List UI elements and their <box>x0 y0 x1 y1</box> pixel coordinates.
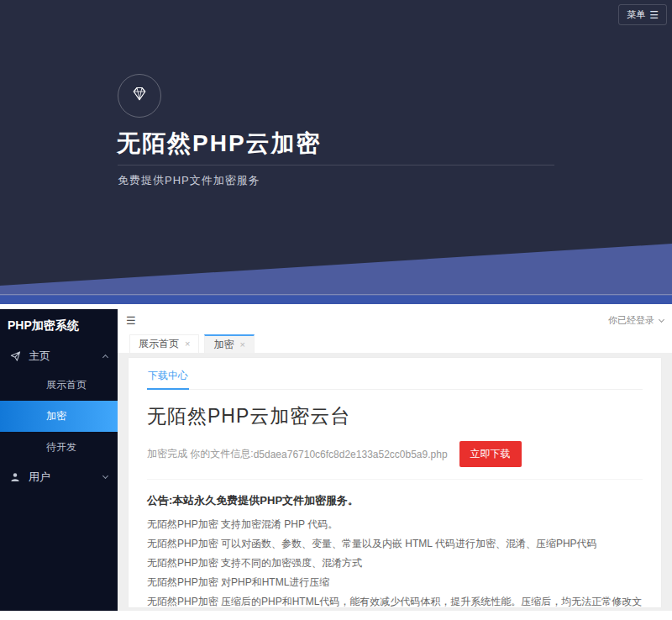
chevron-down-icon <box>659 316 664 322</box>
login-status-text: 你已经登录 <box>608 314 654 327</box>
hero-banner: 菜单 ☰ 无陌然PHP云加密 免费提供PHP文件加密服务 <box>0 0 672 304</box>
feature-line: 无陌然PHP加密 对PHP和HTML进行压缩 <box>147 573 643 592</box>
content-area: 下载中心 无陌然PHP云加密云台 加密完成 你的文件信息: d5daea7671… <box>118 353 672 611</box>
top-bar: ☰ 你已经登录 <box>118 309 672 331</box>
feature-line: 无陌然PHP加密 可以对函数、参数、变量、常量以及内嵌 HTML 代码进行加密、… <box>147 534 643 554</box>
tab-label: 加密 <box>213 338 234 352</box>
sidebar-item-showcase[interactable]: 展示首页 <box>0 370 118 401</box>
file-info-row: 加密完成 你的文件信息: d5daea76710c6fc8d2e133a52cc… <box>147 438 643 480</box>
card-tab-header: 下载中心 <box>147 358 643 390</box>
page-title: 无陌然PHP云加密云台 <box>147 403 643 429</box>
hero-menu-button[interactable]: 菜单 ☰ <box>618 4 667 25</box>
diagonal-shape <box>0 244 672 304</box>
hero-menu-label: 菜单 <box>627 8 645 21</box>
tab-encrypt[interactable]: 加密 × <box>204 334 254 353</box>
download-card: 下载中心 无陌然PHP云加密云台 加密完成 你的文件信息: d5daea7671… <box>129 358 661 607</box>
sidebar-group-user[interactable]: 用户 <box>0 463 118 491</box>
user-icon <box>9 471 21 483</box>
close-icon[interactable]: × <box>185 339 190 349</box>
feature-list: 无陌然PHP加密 支持加密混淆 PHP 代码。 无陌然PHP加密 可以对函数、参… <box>147 515 643 607</box>
sidebar-group-label: 用户 <box>29 470 50 485</box>
sidebar-group-label: 主页 <box>29 349 50 364</box>
brand-logo-circle <box>118 74 161 118</box>
hamburger-icon: ☰ <box>649 9 659 21</box>
download-button[interactable]: 立即下载 <box>459 441 522 467</box>
chevron-down-icon <box>102 473 108 479</box>
admin-panel: PHP加密系统 主页 展示首页 加密 待开发 用户 ☰ 你已经登录 <box>0 309 672 611</box>
tab-showcase[interactable]: 展示首页 × <box>129 334 199 353</box>
hero-subtitle: 免费提供PHP文件加密服务 <box>118 173 260 188</box>
login-status-dropdown[interactable]: 你已经登录 <box>608 314 664 327</box>
sidebar-item-encrypt[interactable]: 加密 <box>0 401 118 432</box>
close-icon[interactable]: × <box>239 340 244 349</box>
diamond-icon <box>129 86 150 106</box>
file-name: d5daea76710c6fc8d2e133a52cc0b5a9.php <box>254 449 448 460</box>
sidebar-group-home[interactable]: 主页 <box>0 342 118 370</box>
feature-line: 无陌然PHP加密 支持不同的加密强度、混淆方式 <box>147 554 643 573</box>
feature-line: 无陌然PHP加密 支持加密混淆 PHP 代码。 <box>147 515 643 534</box>
sidebar: PHP加密系统 主页 展示首页 加密 待开发 用户 <box>0 309 118 611</box>
send-icon <box>9 350 21 362</box>
chevron-up-icon <box>102 354 108 360</box>
file-info-prefix: 加密完成 你的文件信息: <box>147 447 254 461</box>
tab-bar: 展示首页 × 加密 × <box>118 331 672 353</box>
hero-title: 无陌然PHP云加密 <box>117 128 322 160</box>
tab-download-center[interactable]: 下载中心 <box>147 364 189 390</box>
main-area: ☰ 你已经登录 展示首页 × 加密 × 下载中心 无陌然PHP云加密云台 <box>118 309 672 611</box>
sidebar-title: PHP加密系统 <box>0 309 118 342</box>
hero-divider <box>118 165 554 166</box>
feature-line: 无陌然PHP加密 压缩后的PHP和HTML代码，能有效减少代码体积，提升系统性能… <box>147 592 643 607</box>
tab-label: 展示首页 <box>139 337 179 351</box>
collapse-sidebar-icon[interactable]: ☰ <box>126 315 136 326</box>
sidebar-item-todo[interactable]: 待开发 <box>0 432 118 463</box>
announcement-title: 公告:本站永久免费提供PHP文件加密服务。 <box>147 493 643 508</box>
